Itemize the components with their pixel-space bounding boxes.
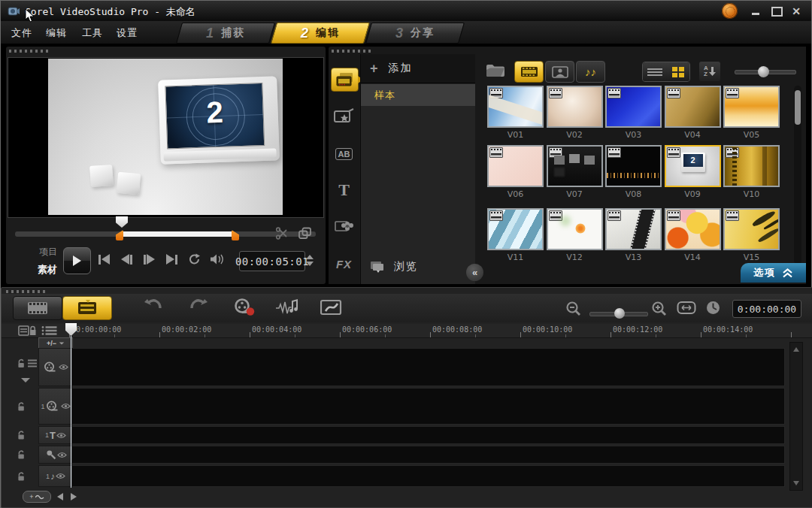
media-library-tab[interactable] — [331, 68, 359, 92]
library-thumbnail-V08[interactable]: V08 — [605, 145, 662, 199]
fit-project-button[interactable] — [677, 301, 696, 315]
title-track-button[interactable]: 1T — [38, 426, 73, 444]
volume-button[interactable] — [208, 252, 227, 266]
preview-timecode[interactable]: 00:00:05:01 — [239, 251, 305, 271]
overlay-track-content[interactable] — [72, 388, 785, 425]
folder-item[interactable]: 样本 — [361, 84, 476, 106]
music-track-button[interactable]: 1♪ — [38, 465, 73, 487]
zoom-out-button[interactable] — [565, 301, 582, 317]
options-button[interactable]: 选项 — [741, 263, 806, 283]
slider-thumb[interactable] — [758, 66, 769, 77]
library-thumbnail-V06[interactable]: V06 — [487, 145, 544, 199]
gallery-scrollbar[interactable] — [794, 86, 801, 265]
library-thumbnail-V07[interactable]: V07 — [547, 145, 603, 199]
video-track-lock-button[interactable] — [17, 358, 38, 368]
thumbnail-image[interactable] — [605, 86, 662, 128]
next-frame-button[interactable] — [140, 252, 158, 266]
minimize-button[interactable] — [748, 6, 763, 17]
timecode-spinner[interactable] — [305, 251, 314, 270]
library-thumbnail-V09[interactable]: 2V09 — [665, 145, 721, 199]
scrollbar-thumb[interactable] — [795, 90, 801, 125]
voice-track-content[interactable] — [72, 446, 785, 464]
home-button[interactable] — [95, 252, 113, 266]
video-track-button[interactable] — [38, 348, 73, 386]
sound-mixer-button[interactable] — [275, 298, 301, 316]
step-tab-分享[interactable]: 3 分享 — [365, 23, 465, 44]
overlay-track-button[interactable]: 1 — [38, 388, 73, 425]
library-thumbnail-V14[interactable]: V14 — [665, 208, 721, 262]
repeat-button[interactable] — [185, 252, 203, 266]
trim-end-handle[interactable] — [232, 230, 239, 240]
storyboard-view-button[interactable] — [13, 296, 62, 320]
video-track-content[interactable] — [72, 348, 785, 386]
timeline-vertical-scrollbar[interactable] — [789, 342, 803, 491]
thumbnail-image[interactable] — [487, 145, 544, 187]
trim-bar[interactable] — [15, 231, 316, 237]
enlarge-preview-button[interactable] — [298, 227, 312, 243]
library-thumbnail-V04[interactable]: V04 — [665, 86, 721, 140]
thumbnail-image[interactable] — [605, 145, 662, 187]
clip-mode-label[interactable]: 素材 — [35, 263, 57, 277]
track-list-icon[interactable] — [41, 325, 59, 337]
timeline-view-button[interactable] — [62, 296, 112, 320]
thumbnail-image[interactable] — [605, 208, 662, 250]
timeline-zoom-slider[interactable] — [589, 312, 648, 316]
timeline-ruler[interactable]: 00:00:00:0000:00:02:0000:00:04:0000:00:0… — [2, 324, 812, 338]
corel-ball-icon[interactable] — [722, 3, 738, 19]
jog-scrubber[interactable] — [116, 216, 128, 228]
menu-item-1[interactable]: 编辑 — [46, 26, 67, 40]
thumbnail-image[interactable] — [723, 208, 780, 250]
step-tab-编辑[interactable]: 2 编辑 — [271, 23, 370, 44]
project-mode-label[interactable]: 项目 — [35, 246, 57, 259]
end-button[interactable] — [162, 252, 180, 266]
redo-button[interactable] — [189, 298, 209, 313]
instant-project-tab[interactable] — [331, 105, 357, 128]
project-duration-button[interactable] — [705, 300, 721, 316]
transition-tab[interactable]: AB — [331, 143, 357, 165]
zoom-in-button[interactable] — [651, 301, 668, 317]
library-thumbnail-V03[interactable]: V03 — [605, 86, 662, 140]
add-remove-track-button[interactable]: +/− — [38, 337, 73, 349]
thumbnail-image[interactable] — [665, 86, 721, 128]
thumbnail-image[interactable] — [723, 145, 780, 187]
title-track-content[interactable] — [72, 426, 785, 444]
title-tab[interactable]: T — [331, 179, 357, 201]
thumbnail-image[interactable] — [487, 208, 544, 250]
scroll-right-button[interactable] — [71, 493, 77, 500]
voice-track-button[interactable] — [38, 446, 73, 464]
undo-button[interactable] — [143, 298, 162, 313]
thumbnail-image[interactable] — [547, 208, 603, 250]
thumbnail-image[interactable] — [547, 86, 603, 128]
music-track-content[interactable] — [72, 465, 785, 487]
title-track-lock-button[interactable] — [17, 431, 26, 440]
scroll-left-button[interactable] — [57, 493, 63, 500]
library-thumbnail-V11[interactable]: V11 — [487, 208, 544, 262]
previous-frame-button[interactable] — [117, 252, 135, 266]
menu-item-2[interactable]: 工具 — [82, 26, 103, 40]
library-thumbnail-V13[interactable]: V13 — [605, 208, 662, 262]
track-manager-icon[interactable] — [18, 325, 36, 337]
library-thumbnail-V02[interactable]: V02 — [547, 86, 603, 140]
maximize-button[interactable] — [769, 6, 784, 17]
add-folder-button[interactable]: + 添加 — [361, 54, 476, 83]
menu-item-0[interactable]: 文件 — [11, 26, 32, 40]
thumbnail-image[interactable] — [723, 86, 780, 128]
play-button[interactable] — [63, 247, 91, 274]
thumbnail-zoom-slider[interactable] — [735, 70, 796, 74]
track-collapse-caret[interactable] — [21, 378, 30, 383]
voice-track-lock-button[interactable] — [17, 450, 26, 460]
music-track-lock-button[interactable] — [17, 471, 26, 481]
close-button[interactable]: ✕ — [789, 6, 804, 17]
split-clip-button[interactable] — [275, 227, 289, 243]
thumbnail-image[interactable]: 2 — [665, 145, 721, 187]
thumbnail-image[interactable] — [547, 145, 603, 187]
collapse-folder-panel-button[interactable]: « — [466, 264, 483, 281]
overlay-track-lock-button[interactable] — [17, 401, 26, 411]
library-thumbnail-V15[interactable]: V15 — [723, 208, 780, 262]
slider-thumb[interactable] — [614, 308, 625, 319]
ripple-edit-button[interactable]: + — [23, 491, 51, 503]
graphic-tab[interactable] — [331, 215, 357, 237]
step-tab-捕获[interactable]: 1 捕获 — [176, 23, 275, 44]
library-thumbnail-V12[interactable]: V12 — [547, 208, 603, 262]
record-capture-button[interactable] — [233, 298, 256, 317]
